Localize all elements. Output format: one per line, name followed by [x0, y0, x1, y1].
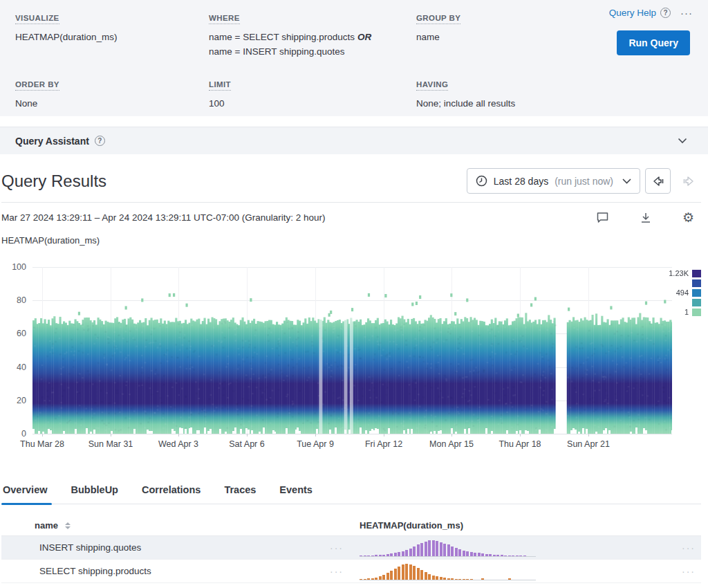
- having-label: HAVING: [416, 80, 448, 91]
- row-overflow-icon[interactable]: ···: [682, 542, 702, 553]
- row-name: INSERT shipping.quotes: [29, 542, 319, 553]
- query-assistant-bar[interactable]: Query Assistant ?: [0, 127, 708, 154]
- visualize-value[interactable]: HEATMAP(duration_ms): [15, 30, 209, 45]
- sort-icon[interactable]: [65, 522, 71, 529]
- comment-icon[interactable]: [596, 212, 609, 223]
- gear-icon[interactable]: ⚙: [682, 211, 694, 224]
- results-header: Query Results Last 28 days (run just now…: [1, 154, 701, 203]
- legend-min-label: 1: [684, 308, 689, 316]
- tab-overview[interactable]: Overview: [3, 480, 48, 504]
- x-tick-label: Tue Apr 9: [297, 439, 334, 449]
- order-by-section[interactable]: ORDER BY None: [15, 77, 209, 111]
- order-by-value[interactable]: None: [15, 97, 209, 111]
- x-tick-label: Wed Apr 3: [158, 439, 198, 449]
- heatmap-legend: 1.23K 494 1: [669, 268, 701, 317]
- column-header-name[interactable]: name: [35, 520, 58, 531]
- run-query-button[interactable]: Run Query: [617, 30, 690, 55]
- history-back-button[interactable]: [645, 168, 671, 194]
- where-clause-1[interactable]: name = SELECT shipping.productsOR: [209, 30, 416, 45]
- column-header-heatmap: HEATMAP(duration_ms): [360, 520, 463, 531]
- help-question-icon: ?: [660, 8, 671, 18]
- legend-swatch: [692, 309, 701, 316]
- duration-histogram-sparkline: [360, 562, 539, 580]
- legend-mid-label: 494: [676, 288, 689, 297]
- heatmap-plot[interactable]: [32, 267, 672, 434]
- x-tick-label: Thu Apr 18: [499, 439, 541, 449]
- order-by-label: ORDER BY: [15, 80, 59, 91]
- visualize-section[interactable]: VISUALIZE HEATMAP(duration_ms): [15, 11, 209, 59]
- assistant-help-icon[interactable]: ?: [95, 136, 105, 146]
- query-builder-panel: VISUALIZE HEATMAP(duration_ms) WHERE nam…: [0, 0, 708, 116]
- row-overflow-icon[interactable]: ···: [319, 566, 354, 577]
- heatmap-chart: HEATMAP(duration_ms) 100 80 60 40 20 0 T: [1, 234, 701, 457]
- history-forward-button[interactable]: [676, 168, 701, 194]
- x-tick-label: Sun Apr 21: [567, 439, 610, 449]
- duration-histogram-sparkline: [360, 538, 539, 557]
- where-section[interactable]: WHERE name = SELECT shipping.productsOR …: [209, 11, 416, 59]
- legend-swatch: [692, 289, 701, 297]
- where-label: WHERE: [209, 14, 240, 24]
- download-icon[interactable]: [640, 212, 652, 224]
- time-range-selector[interactable]: Last 28 days (run just now): [467, 168, 640, 194]
- row-name: SELECT shipping.products: [29, 566, 319, 576]
- timespan-text: Mar 27 2024 13:29:11 – Apr 24 2024 13:29…: [1, 212, 326, 223]
- table-row[interactable]: INSERT shipping.quotes ··· ···: [1, 536, 701, 560]
- results-tabs: Overview BubbleUp Correlations Traces Ev…: [1, 480, 701, 504]
- y-tick-label: 0: [1, 429, 26, 439]
- legend-swatch: [692, 299, 701, 306]
- x-tick-label: Sat Apr 6: [229, 439, 264, 449]
- tab-events[interactable]: Events: [279, 480, 313, 504]
- row-overflow-icon[interactable]: ···: [319, 542, 354, 553]
- table-header-row: name HEATMAP(duration_ms): [1, 515, 701, 536]
- limit-value[interactable]: 100: [209, 97, 416, 111]
- page-title: Query Results: [1, 172, 106, 191]
- query-help-link[interactable]: Query Help ?: [609, 8, 671, 18]
- having-section[interactable]: HAVING None; include all results: [416, 77, 693, 111]
- where-or-operator: OR: [357, 32, 371, 42]
- where-clause-2[interactable]: name = INSERT shipping.quotes: [209, 45, 416, 59]
- x-tick-label: Sun Mar 31: [88, 439, 133, 449]
- limit-label: LIMIT: [209, 80, 231, 91]
- chevron-down-icon: [622, 178, 631, 184]
- heatmap-canvas[interactable]: [32, 267, 672, 434]
- clock-icon: [476, 175, 487, 187]
- table-row[interactable]: SELECT shipping.products ··· ···: [1, 560, 701, 583]
- tab-traces[interactable]: Traces: [224, 480, 256, 504]
- tab-bubbleup[interactable]: BubbleUp: [71, 480, 118, 504]
- x-tick-label: Fri Apr 12: [365, 439, 402, 449]
- x-tick-label: Thu Mar 28: [20, 439, 64, 449]
- x-tick-label: Mon Apr 15: [429, 439, 474, 449]
- chart-title: HEATMAP(duration_ms): [1, 235, 100, 246]
- time-range-note: (run just now): [555, 176, 613, 187]
- row-overflow-icon[interactable]: ···: [682, 566, 702, 577]
- limit-section[interactable]: LIMIT 100: [209, 77, 416, 111]
- time-range-value: Last 28 days: [494, 176, 548, 187]
- timespan-row: Mar 27 2024 13:29:11 – Apr 24 2024 13:29…: [1, 203, 701, 228]
- legend-swatch: [692, 270, 701, 277]
- having-value[interactable]: None; include all results: [416, 97, 693, 111]
- results-table: name HEATMAP(duration_ms) INSERT shippin…: [1, 515, 701, 583]
- visualize-label: VISUALIZE: [15, 14, 59, 24]
- y-tick-label: 20: [1, 396, 26, 405]
- legend-max-label: 1.23K: [669, 269, 689, 277]
- query-help-label: Query Help: [609, 8, 656, 18]
- y-tick-label: 80: [1, 295, 26, 305]
- query-assistant-title: Query Assistant: [15, 136, 89, 147]
- legend-swatch: [692, 279, 701, 287]
- tab-correlations[interactable]: Correlations: [142, 480, 201, 504]
- y-tick-label: 40: [1, 362, 26, 372]
- overflow-menu-icon[interactable]: ···: [680, 7, 693, 19]
- where-clause-1-text: name = SELECT shipping.products: [209, 32, 355, 42]
- y-tick-label: 100: [1, 262, 26, 272]
- y-tick-label: 60: [1, 329, 26, 338]
- chevron-down-icon[interactable]: [678, 138, 687, 144]
- group-by-label: GROUP BY: [416, 14, 460, 24]
